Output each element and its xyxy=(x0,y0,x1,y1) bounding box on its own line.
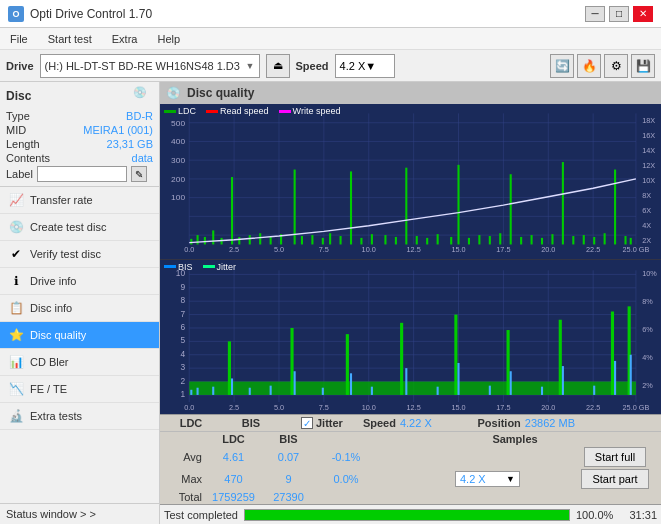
svg-rect-84 xyxy=(593,237,595,244)
refresh-button[interactable]: 🔄 xyxy=(550,54,574,78)
mid-label: MID xyxy=(6,124,26,136)
drive-selector[interactable]: (H:) HL-DT-ST BD-RE WH16NS48 1.D3 ▼ xyxy=(40,54,260,78)
svg-rect-147 xyxy=(190,389,192,394)
nav-disc-quality[interactable]: ⭐ Disc quality xyxy=(0,322,159,349)
stats-panel: LDC BIS ✓ Jitter Speed 4.22 X Posit xyxy=(160,414,661,504)
svg-rect-142 xyxy=(454,314,457,394)
contents-label: Contents xyxy=(6,152,50,164)
jitter-header: Jitter xyxy=(316,417,343,429)
minimize-button[interactable]: ─ xyxy=(585,6,605,22)
progress-bar-container: Test completed 100.0% 31:31 xyxy=(160,504,661,524)
menu-start-test[interactable]: Start test xyxy=(44,32,96,46)
disc-mid-row: MID MEIRA1 (001) xyxy=(6,124,153,136)
menu-extra[interactable]: Extra xyxy=(108,32,142,46)
menu-file[interactable]: File xyxy=(6,32,32,46)
disc-length-row: Length 23,31 GB xyxy=(6,138,153,150)
read-speed-legend: Read speed xyxy=(220,106,269,116)
nav-cd-bler[interactable]: 📊 CD Bler xyxy=(0,349,159,376)
svg-text:5.0: 5.0 xyxy=(274,246,284,253)
progress-bar-inner xyxy=(245,510,569,520)
max-label: Max xyxy=(181,473,202,485)
nav-extra-tests[interactable]: 🔬 Extra tests xyxy=(0,403,159,430)
svg-rect-79 xyxy=(541,238,543,245)
svg-rect-159 xyxy=(457,363,459,395)
label-edit-icon[interactable]: ✎ xyxy=(131,166,147,182)
svg-text:7: 7 xyxy=(180,308,185,318)
svg-text:2.5: 2.5 xyxy=(229,403,239,412)
nav-verify-test-disc[interactable]: ✔ Verify test disc xyxy=(0,241,159,268)
svg-text:8X: 8X xyxy=(642,192,651,199)
svg-rect-80 xyxy=(551,234,553,244)
label-input[interactable] xyxy=(37,166,127,182)
chart1-svg: 500 400 300 200 100 18X 16X 14X 12X 10X … xyxy=(160,104,661,259)
max-bis: 9 xyxy=(285,473,291,485)
menu-help[interactable]: Help xyxy=(153,32,184,46)
create-test-disc-icon: 💿 xyxy=(8,219,24,235)
speed-selector[interactable]: 4.2 X ▼ xyxy=(335,54,395,78)
speed-dropdown[interactable]: 4.2 X ▼ xyxy=(455,471,520,487)
app-title: Opti Drive Control 1.70 xyxy=(30,7,152,21)
transfer-rate-icon: 📈 xyxy=(8,192,24,208)
avg-bis: 0.07 xyxy=(278,451,299,463)
save-button[interactable]: 💾 xyxy=(631,54,655,78)
burn-button[interactable]: 🔥 xyxy=(577,54,601,78)
start-full-button[interactable]: Start full xyxy=(584,447,646,467)
svg-text:15.0: 15.0 xyxy=(451,403,465,412)
start-part-button[interactable]: Start part xyxy=(581,469,648,489)
svg-rect-57 xyxy=(311,235,313,244)
eject-button[interactable]: ⏏ xyxy=(266,54,290,78)
svg-rect-87 xyxy=(624,236,626,244)
svg-rect-139 xyxy=(290,327,293,394)
app-icon: O xyxy=(8,6,24,22)
status-text: Test completed xyxy=(164,509,238,521)
svg-rect-150 xyxy=(231,378,233,394)
svg-rect-52 xyxy=(259,233,261,244)
menu-bar: File Start test Extra Help xyxy=(0,28,661,50)
svg-rect-44 xyxy=(190,239,192,245)
svg-text:1: 1 xyxy=(180,389,185,399)
avg-ldc: 4.61 xyxy=(223,451,244,463)
bis-legend: BIS xyxy=(178,262,193,272)
label-label: Label xyxy=(6,168,33,180)
progress-bar-outer xyxy=(244,509,570,521)
svg-text:0.0: 0.0 xyxy=(184,246,194,253)
svg-text:12X: 12X xyxy=(642,162,655,169)
svg-rect-162 xyxy=(541,386,543,394)
jitter-legend: Jitter xyxy=(217,262,237,272)
chevron-down-icon: ▼ xyxy=(246,61,255,71)
svg-text:20.0: 20.0 xyxy=(541,246,555,253)
svg-rect-72 xyxy=(468,238,470,245)
extra-tests-icon: 🔬 xyxy=(8,408,24,424)
close-button[interactable]: ✕ xyxy=(633,6,653,22)
svg-text:6%: 6% xyxy=(642,325,653,334)
svg-text:200: 200 xyxy=(171,175,186,183)
svg-text:4%: 4% xyxy=(642,352,653,361)
total-label: Total xyxy=(179,491,202,503)
maximize-button[interactable]: □ xyxy=(609,6,629,22)
type-value: BD-R xyxy=(126,110,153,122)
svg-rect-68 xyxy=(426,238,428,245)
drive-label: Drive xyxy=(6,60,34,72)
ldc-header: LDC xyxy=(180,417,203,429)
speed-header: Speed xyxy=(363,417,396,429)
bis-col-header: BIS xyxy=(279,433,297,445)
settings-button[interactable]: ⚙ xyxy=(604,54,628,78)
svg-rect-62 xyxy=(360,238,362,245)
svg-rect-65 xyxy=(395,237,397,244)
svg-rect-154 xyxy=(322,387,324,394)
nav-disc-info[interactable]: 📋 Disc info xyxy=(0,295,159,322)
nav-create-test-disc[interactable]: 💿 Create test disc xyxy=(0,214,159,241)
jitter-checkbox[interactable]: ✓ xyxy=(301,417,313,429)
avg-label: Avg xyxy=(183,451,202,463)
nav-fe-te[interactable]: 📉 FE / TE xyxy=(0,376,159,403)
total-ldc: 1759259 xyxy=(212,491,255,503)
col-headers: LDC BIS Samples xyxy=(160,432,661,446)
svg-rect-56 xyxy=(301,236,303,244)
nav-drive-info[interactable]: ℹ Drive info xyxy=(0,268,159,295)
nav-transfer-rate[interactable]: 📈 Transfer rate xyxy=(0,187,159,214)
status-window-button[interactable]: Status window > > xyxy=(0,503,159,524)
verify-test-disc-icon: ✔ xyxy=(8,246,24,262)
chart1-legend: LDC Read speed Write speed xyxy=(164,106,340,116)
svg-rect-69 xyxy=(437,234,439,244)
svg-rect-138 xyxy=(228,341,231,395)
